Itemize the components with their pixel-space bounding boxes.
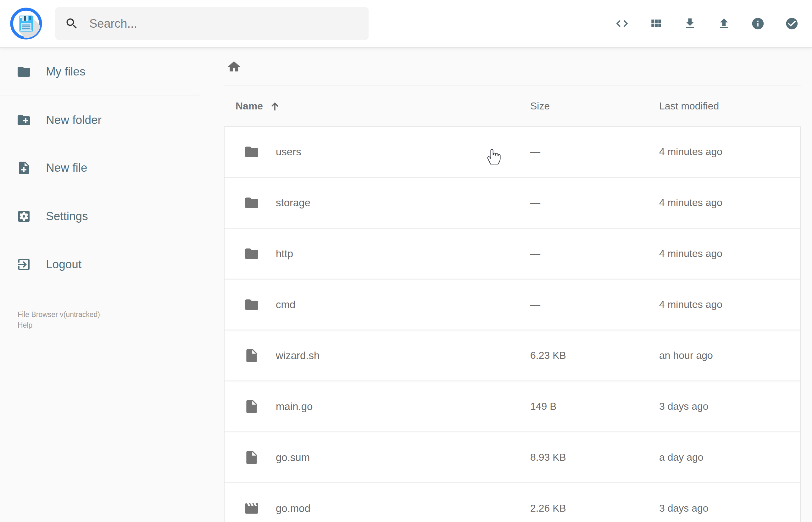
help-link[interactable]: Help	[18, 320, 199, 330]
search-icon	[65, 17, 79, 31]
listing-row[interactable]: cmd — 4 minutes ago	[225, 280, 800, 330]
listing-row[interactable]: main.go 149 B 3 days ago	[225, 381, 800, 433]
file-listing: users — 4 minutes ago storage — 4 minute…	[224, 126, 801, 522]
listing-row[interactable]: wizard.sh 6.23 KB an hour ago	[225, 330, 800, 381]
sidebar-item-new-file[interactable]: New file	[0, 144, 199, 192]
main-content: Name Size Last modified users — 4 minute…	[199, 48, 812, 522]
sidebar-item-label: My files	[46, 65, 85, 78]
sort-ascending-icon	[268, 100, 281, 113]
cell-size: 6.23 KB	[530, 350, 659, 361]
movie-icon	[244, 501, 260, 516]
cell-size: 8.93 KB	[530, 451, 659, 463]
cell-name: main.go	[225, 399, 530, 415]
folder-icon	[244, 195, 260, 211]
sidebar-items: My filesNew folderNew fileSettingsLogout	[0, 48, 199, 288]
cell-size: —	[530, 248, 659, 259]
sidebar-item-settings[interactable]: Settings	[0, 192, 199, 240]
settings-icon	[16, 209, 32, 224]
upload-icon	[717, 17, 731, 31]
listing-row[interactable]: users — 4 minutes ago	[225, 127, 800, 178]
cell-name: cmd	[225, 297, 530, 313]
check-circle-icon	[785, 17, 799, 31]
cell-modified: 4 minutes ago	[659, 146, 800, 158]
upload-button[interactable]	[717, 17, 731, 31]
cell-name: go.sum	[225, 450, 530, 465]
cell-modified: 3 days ago	[659, 502, 800, 514]
cell-modified: an hour ago	[659, 350, 800, 361]
file-icon	[244, 450, 260, 465]
download-button[interactable]	[683, 17, 697, 31]
grid-view-icon	[649, 17, 663, 31]
home-button[interactable]	[227, 59, 241, 74]
cell-size: 2.26 KB	[530, 502, 659, 514]
switch-view-button[interactable]	[649, 17, 663, 31]
search-input[interactable]	[89, 17, 359, 31]
cell-modified: a day ago	[659, 451, 800, 463]
shell-button[interactable]	[615, 17, 629, 31]
cell-modified: 4 minutes ago	[659, 197, 800, 208]
file-plus-icon	[16, 160, 32, 176]
cell-name: wizard.sh	[225, 348, 530, 363]
cell-size: —	[530, 197, 659, 208]
top-bar	[0, 0, 812, 48]
breadcrumb	[224, 48, 801, 86]
listing-row[interactable]: go.mod 2.26 KB 3 days ago	[225, 483, 800, 522]
sidebar-item-label: New folder	[46, 114, 102, 127]
folder-icon	[244, 297, 260, 313]
listing-row[interactable]: storage — 4 minutes ago	[225, 178, 800, 228]
cell-size: —	[530, 299, 659, 310]
folder-plus-icon	[16, 113, 32, 128]
cell-name: http	[225, 246, 530, 262]
cell-name: go.mod	[225, 501, 530, 516]
cell-size: 149 B	[530, 401, 659, 412]
sidebar-item-my-files[interactable]: My files	[0, 48, 199, 96]
cell-modified: 3 days ago	[659, 401, 800, 412]
column-header-name[interactable]: Name	[224, 100, 530, 113]
folder-icon	[244, 144, 260, 160]
file-icon	[244, 399, 260, 415]
version-link[interactable]: File Browser v(untracked)	[18, 309, 199, 320]
listing-row[interactable]: http — 4 minutes ago	[225, 228, 800, 280]
listing-column-headers: Name Size Last modified	[224, 86, 801, 126]
info-icon	[751, 17, 765, 31]
column-header-size[interactable]: Size	[530, 100, 659, 112]
logout-icon	[16, 257, 32, 272]
column-header-modified[interactable]: Last modified	[659, 100, 801, 112]
select-multiple-button[interactable]	[785, 17, 799, 31]
topbar-actions	[615, 17, 799, 31]
sidebar-item-label: Logout	[46, 258, 81, 271]
listing-row[interactable]: go.sum 8.93 KB a day ago	[225, 433, 800, 483]
home-icon	[227, 59, 241, 74]
sidebar: My filesNew folderNew fileSettingsLogout…	[0, 48, 199, 330]
sidebar-item-logout[interactable]: Logout	[0, 240, 199, 288]
cell-name: storage	[225, 195, 530, 211]
search-box[interactable]	[55, 7, 369, 40]
column-header-name-label: Name	[236, 100, 263, 112]
cell-modified: 4 minutes ago	[659, 299, 800, 310]
cell-modified: 4 minutes ago	[659, 248, 800, 259]
sidebar-item-label: Settings	[46, 210, 88, 223]
download-icon	[683, 17, 697, 31]
sidebar-footer: File Browser v(untracked) Help	[0, 309, 199, 330]
info-button[interactable]	[751, 17, 765, 31]
cell-name: users	[225, 144, 530, 160]
sidebar-item-new-folder[interactable]: New folder	[0, 96, 199, 144]
sidebar-item-label: New file	[46, 161, 87, 175]
folder-icon	[244, 246, 260, 262]
code-icon	[615, 17, 629, 31]
folder-icon	[16, 64, 32, 79]
filebrowser-logo[interactable]	[10, 7, 42, 40]
cell-size: —	[530, 146, 659, 158]
file-icon	[244, 348, 260, 363]
